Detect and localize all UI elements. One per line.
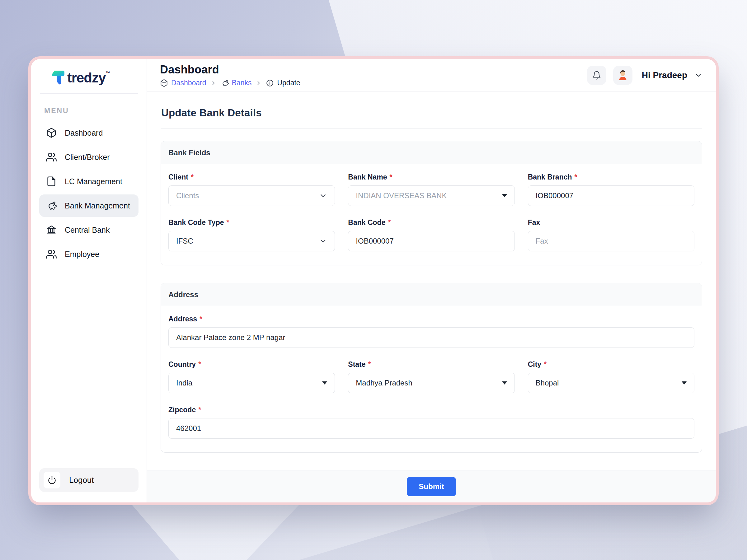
city-select[interactable]: Bhopal <box>528 373 694 393</box>
required-marker: * <box>388 218 391 227</box>
address-section: Address Address* Country* <box>161 283 702 453</box>
sidebar-nav: Dashboard Client/Broker LC Management Ba… <box>31 121 147 266</box>
zipcode-input[interactable] <box>169 418 694 439</box>
bank-code-field: Bank Code* <box>348 218 515 251</box>
required-marker: * <box>544 360 546 369</box>
user-greeting: Hi Pradeep <box>642 70 687 80</box>
required-marker: * <box>227 218 229 227</box>
cube-icon <box>160 79 168 87</box>
plus-circle-icon <box>266 79 274 87</box>
breadcrumb-dashboard[interactable]: Dashboard <box>160 79 206 87</box>
notifications-button[interactable] <box>587 65 606 85</box>
country-select-value: India <box>176 379 192 387</box>
form-footer: Submit <box>147 470 716 502</box>
bank-icon <box>46 224 57 235</box>
bell-icon <box>592 71 601 80</box>
bank-code-type-select[interactable]: IFSC <box>169 231 335 251</box>
bank-name-select[interactable]: INDIAN OVERSEAS BANK <box>348 185 515 206</box>
sidebar-item-label: LC Management <box>65 177 122 186</box>
sidebar-item-lc-management[interactable]: LC Management <box>39 170 138 193</box>
country-field: Country* India <box>169 360 335 393</box>
sidebar-item-client-broker[interactable]: Client/Broker <box>39 146 138 168</box>
chevron-right-icon <box>256 80 262 86</box>
sidebar-item-label: Bank Management <box>65 201 130 210</box>
caret-down-icon <box>502 194 507 197</box>
bank-name-select-value: INDIAN OVERSEAS BANK <box>356 191 447 200</box>
chevron-down-icon <box>319 192 327 200</box>
client-label: Client* <box>169 173 335 181</box>
required-marker: * <box>191 173 194 181</box>
sidebar-item-employee[interactable]: Employee <box>39 243 138 265</box>
bank-code-type-select-value: IFSC <box>176 237 193 245</box>
users-icon <box>46 152 57 162</box>
sidebar-item-label: Client/Broker <box>65 153 110 162</box>
page-title: Update Bank Details <box>161 107 702 119</box>
bank-code-type-field: Bank Code Type* IFSC <box>169 218 335 251</box>
piggy-bank-icon <box>46 201 57 211</box>
client-select-value: Clients <box>176 191 199 200</box>
submit-button[interactable]: Submit <box>407 477 456 496</box>
bank-code-type-label: Bank Code Type* <box>169 218 335 227</box>
chevron-right-icon <box>210 80 216 86</box>
chevron-down-icon[interactable] <box>695 72 702 79</box>
bank-branch-field: Bank Branch* <box>528 173 694 206</box>
city-field: City* Bhopal <box>528 360 694 393</box>
required-marker: * <box>198 406 201 414</box>
breadcrumb: Dashboard Banks Update <box>160 79 300 87</box>
logout-button[interactable]: Logout <box>39 468 138 492</box>
caret-down-icon <box>322 381 327 384</box>
file-icon <box>46 176 57 187</box>
city-label: City* <box>528 360 694 369</box>
brand-trademark: ™ <box>106 70 110 75</box>
section-header: Address <box>161 283 702 306</box>
breadcrumb-label: Banks <box>232 79 252 87</box>
user-avatar-button[interactable] <box>613 65 633 85</box>
users-icon <box>46 249 57 260</box>
required-marker: * <box>198 360 201 369</box>
bank-code-label: Bank Code* <box>348 218 515 227</box>
section-title: Address <box>169 290 198 299</box>
fax-input[interactable] <box>528 231 694 251</box>
state-select-value: Madhya Pradesh <box>356 379 412 387</box>
breadcrumb-label: Update <box>277 79 300 87</box>
sidebar-item-central-bank[interactable]: Central Bank <box>39 219 138 241</box>
cube-icon <box>46 128 57 138</box>
sidebar-item-dashboard[interactable]: Dashboard <box>39 122 138 144</box>
bank-branch-input[interactable] <box>528 185 694 206</box>
client-select[interactable]: Clients <box>169 185 335 206</box>
brand-logo[interactable]: tredzy™ <box>31 59 147 93</box>
country-label: Country* <box>169 360 335 369</box>
section-header: Bank Fields <box>161 141 702 164</box>
topbar: Dashboard Dashboard Banks <box>147 59 716 91</box>
state-label: State* <box>348 360 515 369</box>
required-marker: * <box>574 173 577 181</box>
bank-branch-label: Bank Branch* <box>528 173 694 181</box>
state-select[interactable]: Madhya Pradesh <box>348 373 515 393</box>
bank-fields-section: Bank Fields Client* Clients <box>161 141 702 265</box>
breadcrumb-label: Dashboard <box>171 79 206 87</box>
breadcrumb-banks[interactable]: Banks <box>221 79 252 87</box>
required-marker: * <box>200 315 202 323</box>
state-field: State* Madhya Pradesh <box>348 360 515 393</box>
caret-down-icon <box>502 381 507 384</box>
avatar <box>616 69 630 82</box>
sidebar-item-label: Employee <box>65 250 99 259</box>
bank-code-input[interactable] <box>348 231 515 251</box>
piggy-bank-icon <box>221 79 229 87</box>
power-icon <box>48 476 56 484</box>
sidebar-item-bank-management[interactable]: Bank Management <box>39 194 138 217</box>
required-marker: * <box>390 173 392 181</box>
app-window: tredzy™ MENU Dashboard Client/Broker LC … <box>31 59 716 502</box>
city-select-value: Bhopal <box>536 379 559 387</box>
zipcode-field: Zipcode* <box>169 406 694 439</box>
divider <box>161 128 702 129</box>
country-select[interactable]: India <box>169 373 335 393</box>
zipcode-label: Zipcode* <box>169 406 694 414</box>
address-input[interactable] <box>169 327 694 348</box>
sidebar: tredzy™ MENU Dashboard Client/Broker LC … <box>31 59 147 502</box>
fax-field: Fax <box>528 218 694 251</box>
sidebar-item-label: Central Bank <box>65 225 110 235</box>
page-header-title: Dashboard <box>160 63 300 76</box>
section-title: Bank Fields <box>169 149 210 157</box>
menu-section-label: MENU <box>44 107 147 115</box>
